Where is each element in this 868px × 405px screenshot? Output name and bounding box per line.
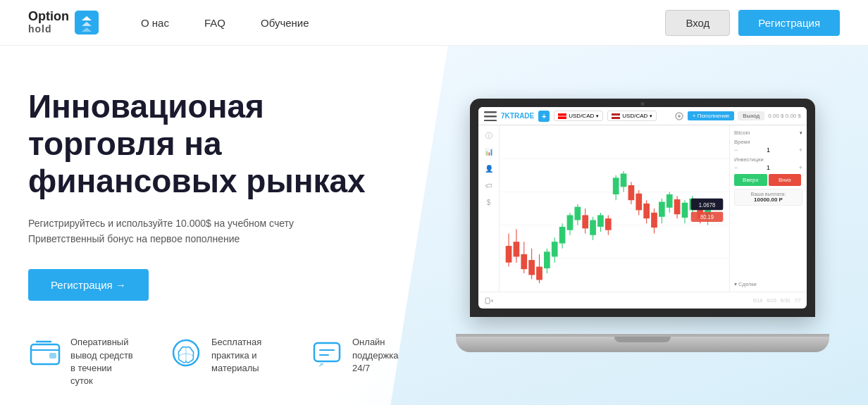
svg-rect-58 xyxy=(643,204,650,218)
svg-rect-54 xyxy=(628,185,635,200)
brain-icon xyxy=(169,336,203,370)
deals-section: ▾ Сделки xyxy=(734,281,802,287)
svg-rect-48 xyxy=(605,218,612,230)
main-nav: О нас FAQ Обучение xyxy=(141,17,665,29)
hero-right: 7K7KTRADETRADE + USD/CAD ▾ xyxy=(445,46,840,405)
svg-rect-50 xyxy=(613,177,619,194)
svg-rect-34 xyxy=(552,242,558,256)
add-tab-button[interactable]: + xyxy=(538,111,550,122)
logo: Option hold xyxy=(28,10,99,35)
feature-item-brain: Бесплатная практика и материалы xyxy=(169,336,275,387)
features-list: Оперативный вывод средств в течении суто… xyxy=(28,336,445,387)
trade-buttons: Вверх Вниз xyxy=(734,174,802,186)
flag-icon-2 xyxy=(612,113,620,119)
deposit-button[interactable]: + Пополнение xyxy=(688,111,735,120)
register-button[interactable]: Регистрация xyxy=(738,10,840,36)
laptop-screen: 7K7KTRADETRADE + USD/CAD ▾ xyxy=(470,99,815,317)
wallet-icon xyxy=(28,336,62,370)
payout-value: 10000.00 Р xyxy=(737,197,800,203)
trading-logo: 7K7KTRADETRADE xyxy=(501,112,534,120)
payout-label: Ваша выплата: xyxy=(737,192,800,197)
svg-rect-66 xyxy=(674,199,681,214)
svg-rect-60 xyxy=(651,213,657,228)
candlestick-chart: 1.0678 80.19 xyxy=(500,125,729,292)
svg-rect-56 xyxy=(636,194,642,211)
settings-icon[interactable] xyxy=(674,111,684,121)
hero-section: Инновационая торговля на финансовых рынк… xyxy=(0,46,868,405)
nav-about[interactable]: О нас xyxy=(141,17,169,29)
trading-ui: 7K7KTRADETRADE + USD/CAD ▾ xyxy=(478,107,807,309)
investment-minus-btn[interactable]: − xyxy=(734,164,738,171)
sidebar-icon-tag[interactable]: 🏷 xyxy=(484,182,494,192)
currency-pair-2[interactable]: USD/CAD ▾ xyxy=(607,111,657,121)
trade-up-button[interactable]: Вверх xyxy=(734,174,767,186)
time-plus-btn[interactable]: + xyxy=(799,147,802,154)
balance-display: 0.00 $ 0.00 $ xyxy=(768,113,801,119)
sidebar-icon-chart[interactable]: 📊 xyxy=(484,148,494,158)
svg-rect-40 xyxy=(574,207,581,220)
deals-label: Сделки xyxy=(738,281,757,287)
menu-icon xyxy=(484,111,497,121)
nav-faq[interactable]: FAQ xyxy=(204,17,225,29)
sidebar-icon-dollar[interactable]: $ xyxy=(484,199,494,208)
payout-box: Ваша выплата: 10000.00 Р xyxy=(734,189,802,206)
hero-subtitle-line2: Приветственный бонус на первое пополнени… xyxy=(28,231,324,247)
asset-label: Bitcoin xyxy=(734,130,750,136)
hero-register-button[interactable]: Регистрация → xyxy=(28,269,149,301)
svg-rect-4 xyxy=(314,343,340,361)
hero-subtitle: Регистрируйтесь и используйте 10.000$ на… xyxy=(28,216,324,247)
trading-main: ⓘ 📊 👤 🏷 $ xyxy=(478,125,807,292)
trade-down-button[interactable]: Вниз xyxy=(769,174,802,186)
screen-inner: 7K7KTRADETRADE + USD/CAD ▾ xyxy=(478,107,807,309)
trading-topbar: 7K7KTRADETRADE + USD/CAD ▾ xyxy=(478,107,807,125)
trading-sidebar-left: ⓘ 📊 👤 🏷 $ xyxy=(478,125,500,292)
currency-pair-2-label: USD/CAD xyxy=(622,113,647,119)
svg-rect-26 xyxy=(521,254,527,269)
investment-section: Инвестиции − 1 + xyxy=(734,156,802,171)
svg-rect-8 xyxy=(484,116,497,118)
chat-icon xyxy=(310,336,344,370)
investment-value: 1 xyxy=(739,164,797,171)
chevron-down-asset[interactable]: ▾ xyxy=(800,130,802,136)
investment-plus-btn[interactable]: + xyxy=(799,164,802,171)
svg-rect-12 xyxy=(558,116,566,116)
feature-item-chat: Онлайн поддержка 24/7 xyxy=(310,336,416,387)
svg-point-16 xyxy=(678,115,681,118)
sidebar-icon-user[interactable]: 👤 xyxy=(484,165,494,175)
feature-wallet-text: Оперативный вывод средств в течении суто… xyxy=(70,336,134,387)
feature-chat-text: Онлайн поддержка 24/7 xyxy=(352,336,416,375)
time-value: 1 xyxy=(739,147,797,154)
logo-hold-text: hold xyxy=(28,24,69,35)
login-button[interactable]: Вход xyxy=(665,10,730,36)
svg-rect-28 xyxy=(528,260,535,275)
svg-rect-36 xyxy=(559,227,566,244)
svg-rect-38 xyxy=(567,215,574,230)
feature-item-wallet: Оперативный вывод средств в течении суто… xyxy=(28,336,134,387)
logo-option-text: Option xyxy=(28,10,69,24)
svg-rect-42 xyxy=(582,215,588,228)
time-minus-btn[interactable]: − xyxy=(734,147,738,154)
svg-rect-62 xyxy=(659,202,665,217)
nav-education[interactable]: Обучение xyxy=(261,17,309,29)
exit-button[interactable]: Выход xyxy=(738,111,764,120)
logo-icon xyxy=(75,11,99,35)
laptop-mockup: 7K7KTRADETRADE + USD/CAD ▾ xyxy=(456,99,829,366)
svg-rect-32 xyxy=(544,251,550,268)
svg-rect-30 xyxy=(536,267,542,280)
svg-rect-79 xyxy=(485,298,490,304)
svg-rect-22 xyxy=(506,246,512,263)
svg-rect-68 xyxy=(682,203,688,218)
flag-icon-1 xyxy=(558,113,566,119)
currency-pair-1-label: USD/CAD xyxy=(569,113,594,119)
chevron-down-icon-1: ▾ xyxy=(596,113,599,119)
currency-pair-1[interactable]: USD/CAD ▾ xyxy=(554,111,603,121)
chevron-down-icon-2: ▾ xyxy=(650,113,652,119)
svg-rect-9 xyxy=(484,120,497,121)
logout-icon[interactable] xyxy=(484,296,494,306)
header-buttons: Вход Регистрация xyxy=(665,10,840,36)
hero-left: Инновационая торговля на финансовых рынк… xyxy=(28,46,445,405)
asset-row: Bitcoin ▾ xyxy=(734,130,802,136)
svg-rect-14 xyxy=(612,116,620,117)
sidebar-icon-info[interactable]: ⓘ xyxy=(484,131,494,141)
svg-rect-46 xyxy=(597,215,604,227)
